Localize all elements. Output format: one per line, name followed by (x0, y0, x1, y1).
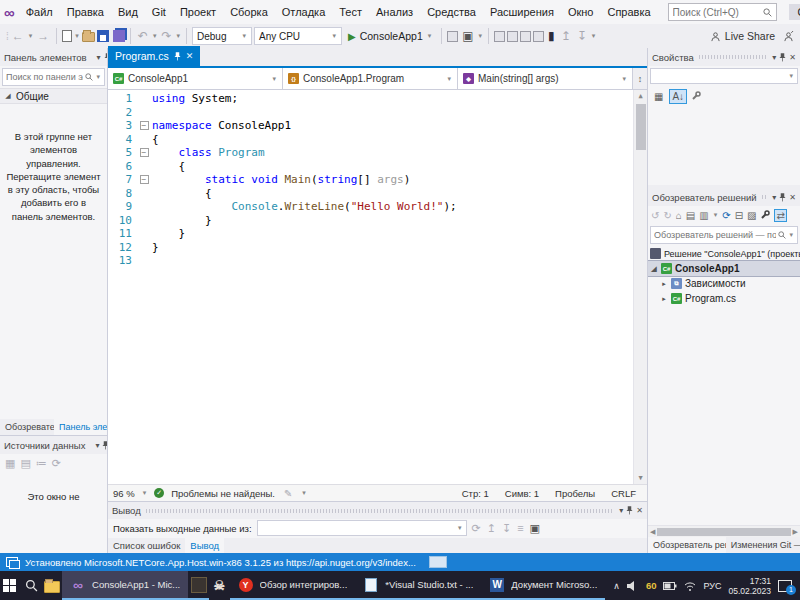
menu-item-11[interactable]: Окно (561, 6, 601, 18)
zoom-level[interactable]: 96 % (113, 488, 135, 499)
editor-vertical-scrollbar[interactable]: ▲ ▼ (633, 90, 647, 484)
action-center-icon[interactable]: 1 (778, 580, 792, 592)
clock[interactable]: 17:31 05.02.2023 (728, 576, 771, 596)
solution-horizontal-scrollbar[interactable]: ◀ ▶ (648, 525, 800, 537)
quick-search-input[interactable] (673, 7, 763, 18)
goto-next-message-icon[interactable]: ↧ (502, 522, 511, 535)
navigate-back-dropdown-icon[interactable]: ▾ (28, 32, 34, 40)
code-editor[interactable]: 12345678910111213 using System;−namespac… (108, 90, 647, 484)
bookmark-prev-icon[interactable]: ↥ (559, 29, 573, 43)
undo-icon[interactable]: ↶ (136, 29, 150, 43)
tray-expand-icon[interactable]: ∧ (613, 581, 620, 591)
switch-views-icon[interactable]: ▤ (686, 210, 695, 221)
wrench-icon[interactable] (760, 210, 770, 220)
split-window-button[interactable]: ↕ (632, 68, 647, 89)
toolbar-grip[interactable]: ⁞ (6, 31, 8, 42)
quick-search-box[interactable] (668, 3, 777, 21)
menu-item-9[interactable]: Средства (420, 6, 483, 18)
tab-solution-explorer-left[interactable]: Обозревате... (0, 419, 54, 435)
menu-item-4[interactable]: Проект (173, 6, 223, 18)
undo-dropdown-icon[interactable]: ▾ (152, 32, 158, 40)
tab-solution-explorer[interactable]: Обозреватель реше... (648, 537, 726, 553)
menu-item-6[interactable]: Отладка (275, 6, 332, 18)
feedback-icon[interactable] (783, 31, 794, 42)
scroll-left-icon[interactable]: ◀ (650, 528, 655, 536)
find-in-files-icon[interactable] (447, 31, 458, 42)
tab-error-list[interactable]: Список ошибок (108, 538, 185, 553)
save-all-icon[interactable] (113, 30, 125, 42)
toolbox-search-input[interactable] (6, 72, 83, 82)
decrease-indent-icon[interactable] (494, 31, 505, 42)
toggle-word-wrap-icon[interactable]: ▣ (530, 522, 540, 535)
properties-options-icon[interactable]: ▾ (772, 53, 776, 62)
pin-icon[interactable] (779, 53, 786, 62)
member-dropdown[interactable]: ◆ Main(string[] args) ▾ (458, 68, 632, 89)
properties-object-dropdown[interactable]: ▾ (650, 68, 798, 84)
categorized-view-icon[interactable]: ▦ (652, 90, 665, 103)
toolbox-options-icon[interactable]: ▾ (97, 53, 101, 62)
pen-dropdown-icon[interactable]: ▾ (301, 489, 307, 497)
sync-with-active-document-icon[interactable]: ⇄ (774, 209, 786, 222)
menu-item-5[interactable]: Сборка (223, 6, 275, 18)
menu-item-7[interactable]: Тест (332, 6, 369, 18)
configure-data-source-icon[interactable]: ≔ (36, 457, 47, 470)
output-options-icon[interactable]: ▾ (619, 506, 623, 515)
pin-icon[interactable] (102, 441, 107, 450)
tree-item-project[interactable]: ◢ C# ConsoleApp1 (648, 261, 800, 276)
edit-data-source-icon[interactable]: ▤ (20, 457, 30, 470)
problems-status[interactable]: Проблемы не найдены. (171, 488, 275, 499)
taskbar-app-yandex[interactable]: Y Обзор интегриров... (230, 571, 356, 600)
new-file-icon[interactable] (62, 30, 72, 42)
menu-item-12[interactable]: Справка (600, 6, 657, 18)
open-file-icon[interactable] (82, 32, 95, 42)
solution-search-input[interactable] (654, 230, 776, 240)
properties-close-icon[interactable]: ✕ (789, 53, 796, 62)
uncomment-icon[interactable] (533, 31, 544, 42)
properties-header[interactable]: Свойства ▾ ✕ (648, 48, 800, 66)
tab-git-changes[interactable]: Изменения Git — п... (726, 537, 800, 553)
wrench-icon[interactable] (691, 91, 701, 101)
taskbar-app-skull[interactable]: ☠ (209, 571, 230, 600)
collapsed-icon[interactable]: ▸ (660, 280, 668, 288)
se-forward-icon[interactable]: ↻ (663, 210, 671, 221)
menu-item-10[interactable]: Расширения (483, 6, 561, 18)
expanded-icon[interactable]: ◢ (650, 265, 658, 273)
scroll-up-icon[interactable]: ▲ (638, 90, 642, 102)
refresh-icon[interactable]: ⟳ (722, 210, 730, 221)
bookmark-dropdown-icon[interactable]: ▾ (591, 32, 597, 40)
output-header[interactable]: Вывод ▾ ✕ (108, 502, 647, 519)
pin-icon[interactable] (626, 506, 633, 515)
menu-item-1[interactable]: Правка (60, 6, 111, 18)
solution-search-box[interactable]: ▾ (650, 226, 798, 244)
taskbar-search-button[interactable] (21, 571, 42, 600)
show-all-files-icon[interactable]: ▨ (747, 210, 756, 221)
language-indicator[interactable]: РУС (703, 581, 721, 591)
increase-indent-icon[interactable] (507, 31, 518, 42)
scroll-right-icon[interactable]: ▶ (793, 528, 798, 536)
add-data-source-icon[interactable]: ▦ (5, 457, 15, 470)
scrollbar-thumb[interactable] (636, 104, 646, 150)
toolbox-header[interactable]: Панель элементов ▾ ✕ (0, 48, 107, 66)
redo-icon[interactable]: ↷ (159, 29, 173, 43)
start-button[interactable] (0, 571, 21, 600)
save-icon[interactable] (97, 30, 109, 42)
code-window-icon[interactable]: ▣ (460, 29, 475, 43)
code-window-dropdown-icon[interactable]: ▾ (478, 32, 484, 40)
scroll-down-icon[interactable]: ▼ (638, 472, 642, 484)
zoom-dropdown-icon[interactable]: ▾ (142, 489, 148, 497)
menu-item-2[interactable]: Вид (111, 6, 145, 18)
pen-icon[interactable]: ✎ (282, 488, 294, 499)
solution-platform-dropdown[interactable]: Any CPU▾ (254, 27, 342, 45)
volume-icon[interactable] (627, 581, 639, 591)
taskbar-app-word[interactable]: W Документ Microso... (481, 571, 605, 600)
pin-icon[interactable] (174, 52, 181, 61)
start-debugging-button[interactable]: ▶ ConsoleApp1 ▾ (344, 30, 436, 42)
pin-icon[interactable] (104, 53, 107, 62)
file-explorer-button[interactable] (41, 571, 62, 600)
network-icon[interactable] (684, 581, 696, 591)
bookmark-next-icon[interactable]: ↧ (575, 29, 589, 43)
tab-toolbox[interactable]: Панель эле... (54, 419, 107, 435)
comment-icon[interactable] (520, 31, 531, 42)
find-message-icon[interactable]: ⟳ (472, 522, 481, 535)
se-back-icon[interactable]: ↺ (651, 210, 659, 221)
